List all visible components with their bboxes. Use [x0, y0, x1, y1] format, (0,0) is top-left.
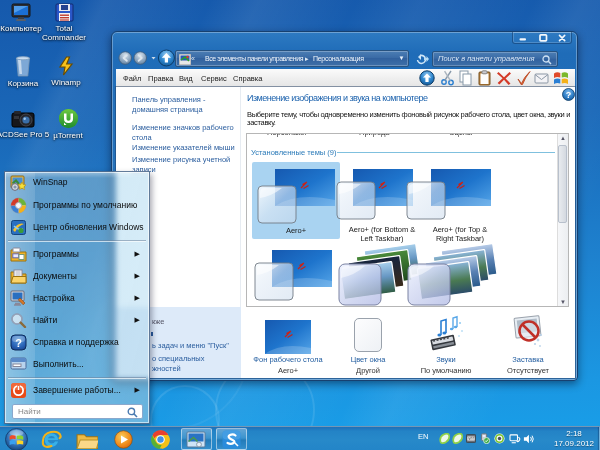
svg-text:?: ?	[15, 336, 22, 348]
